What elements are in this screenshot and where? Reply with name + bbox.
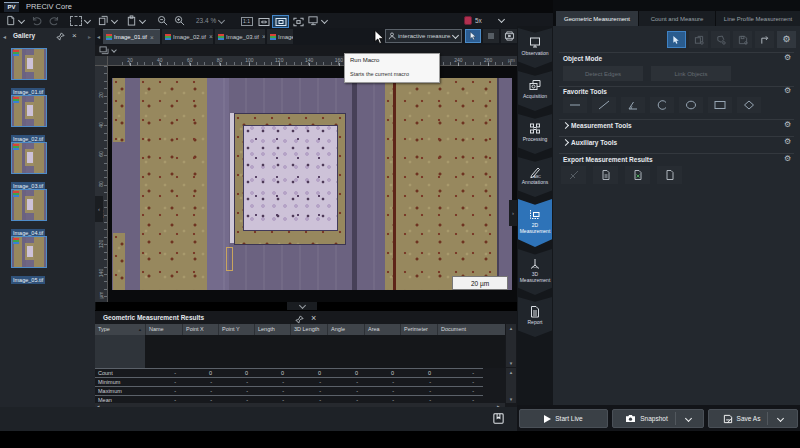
zoom-out-button[interactable]: [157, 15, 168, 26]
tool-arc-button[interactable]: [650, 97, 674, 113]
panel-tab[interactable]: Count and Measure: [639, 11, 715, 26]
thumbnail-image[interactable]: [11, 189, 47, 221]
gallery-item[interactable]: Image_04.tif: [11, 189, 81, 239]
fullscreen-button[interactable]: [290, 15, 307, 28]
move-measurement-button[interactable]: [755, 31, 774, 48]
new-document-button[interactable]: [5, 15, 24, 26]
thumbnail-image[interactable]: [11, 48, 47, 80]
tab-scroll-left-icon[interactable]: ◂: [97, 33, 100, 40]
nav-item-report[interactable]: Report: [518, 297, 552, 337]
pin-icon[interactable]: [295, 315, 304, 324]
collapse-left-handle[interactable]: ‹: [95, 196, 103, 222]
macro-select-dropdown[interactable]: interactive measure...: [385, 29, 462, 43]
tool-polygon-button[interactable]: [737, 97, 761, 113]
pointer-tool-button[interactable]: [465, 29, 481, 43]
tool-circle-button[interactable]: [679, 97, 703, 113]
tool-rectangle-button[interactable]: [708, 97, 732, 113]
start-live-button[interactable]: Start Live: [519, 409, 608, 428]
fit-width-button[interactable]: [255, 15, 272, 28]
gallery-close-icon[interactable]: ×: [72, 31, 77, 40]
gallery-item[interactable]: Image_03.tif: [11, 142, 81, 192]
collapse-right-handle[interactable]: ›: [509, 200, 517, 226]
collapse-bottom-handle[interactable]: [287, 302, 317, 310]
expand-right-icon[interactable]: ▸: [88, 33, 91, 40]
tool-angle-button[interactable]: [621, 97, 645, 113]
save-as-dropdown-icon[interactable]: [777, 414, 784, 421]
paste-button[interactable]: [126, 15, 145, 26]
notification-book-icon[interactable]: [492, 412, 505, 425]
nav-item-acquisition[interactable]: Acquisition: [518, 71, 552, 111]
auxiliary-tools-section[interactable]: Auxiliary Tools: [563, 139, 617, 146]
export-report-button[interactable]: [657, 166, 682, 184]
column-header[interactable]: Document: [437, 324, 480, 335]
panel-tab[interactable]: Geometric Measurement: [556, 11, 638, 26]
tab-close-icon[interactable]: ×: [209, 33, 213, 40]
gallery-item[interactable]: Image_05.tif: [11, 236, 81, 286]
tab-close-icon[interactable]: ×: [150, 34, 154, 41]
zoom-level-select[interactable]: 23.4 %: [196, 15, 224, 26]
link-objects-button[interactable]: Link Objects: [651, 66, 731, 81]
column-header[interactable]: Angle: [327, 324, 364, 335]
export-gear-icon[interactable]: ⚙: [784, 155, 791, 163]
snapshot-dropdown-icon[interactable]: [685, 414, 692, 421]
fit-to-screen-button[interactable]: [272, 15, 289, 28]
undo-button[interactable]: [31, 15, 43, 26]
measurement-tools-gear-icon[interactable]: ⚙: [784, 121, 791, 129]
column-header[interactable]: Area: [364, 324, 400, 335]
column-header[interactable]: 3D Length: [290, 324, 327, 335]
edit-object-button[interactable]: [711, 31, 730, 48]
auxiliary-tools-gear-icon[interactable]: ⚙: [784, 138, 791, 146]
thumbnail-image[interactable]: [11, 95, 47, 127]
save-as-button[interactable]: Save As: [708, 409, 798, 428]
tab-close-icon[interactable]: ×: [262, 33, 265, 40]
measurement-tools-section[interactable]: Measurement Tools: [563, 122, 632, 129]
column-header[interactable]: Length: [254, 324, 290, 335]
object-mode-gear-icon[interactable]: ⚙: [784, 54, 791, 62]
save-object-button[interactable]: [733, 31, 752, 48]
results-close-icon[interactable]: ×: [311, 313, 316, 323]
objective-select[interactable]: 5x: [464, 14, 512, 26]
detect-edges-button[interactable]: Detect Edges: [563, 66, 643, 81]
gallery-item[interactable]: Image_02.tif: [11, 95, 81, 145]
vertical-scrollbar[interactable]: ▴▾: [506, 324, 516, 367]
viewer-tab[interactable]: Image_01.tif×: [103, 29, 160, 44]
nav-item-annotations[interactable]: ABCAnnotations: [518, 157, 552, 197]
vertical-scrollbar[interactable]: ▴▾: [506, 368, 516, 403]
pin-icon[interactable]: [56, 32, 65, 41]
export-document-button[interactable]: [593, 166, 618, 184]
column-header[interactable]: Perimeter: [400, 324, 437, 335]
selection-tool-button[interactable]: [70, 15, 90, 26]
snapshot-button[interactable]: Snapshot: [612, 409, 704, 428]
viewer-tab[interactable]: Image_03.tif×: [215, 29, 265, 44]
column-header[interactable]: Point X: [182, 324, 218, 335]
image-canvas[interactable]: 20 µm: [108, 66, 517, 302]
gallery-item[interactable]: Image_01.tif: [11, 48, 81, 98]
panel-tab[interactable]: Line Profile Measurement: [716, 11, 800, 26]
export-interactive-button[interactable]: [561, 166, 586, 184]
nav-item-measurement-2d[interactable]: 2D Measurement: [518, 199, 552, 247]
column-header[interactable]: Point Y: [218, 324, 254, 335]
copy-button[interactable]: [98, 15, 117, 26]
collapse-left-icon[interactable]: ◂: [3, 33, 6, 40]
run-macro-button[interactable]: [501, 29, 517, 43]
annotation-layer-button[interactable]: [99, 46, 116, 55]
zoom-in-button[interactable]: [174, 15, 185, 26]
zoom-1to1-button[interactable]: 1:1: [238, 15, 255, 28]
measurement-settings-button[interactable]: ⚙: [777, 31, 796, 48]
stop-macro-button[interactable]: [483, 29, 499, 43]
tool-line-horizontal-button[interactable]: [563, 97, 587, 113]
nav-item-observation[interactable]: Observation: [518, 28, 552, 68]
select-objects-button[interactable]: [667, 31, 686, 48]
nav-item-processing[interactable]: Processing: [518, 114, 552, 154]
tool-line-button[interactable]: [592, 97, 616, 113]
export-excel-button[interactable]: [625, 166, 650, 184]
thumbnail-image[interactable]: [11, 236, 47, 268]
favorite-tools-gear-icon[interactable]: ⚙: [784, 87, 791, 95]
viewer-tab[interactable]: Image_02.tif×: [162, 29, 213, 44]
copy-object-button[interactable]: [689, 31, 708, 48]
nav-item-measurement-3d[interactable]: 3D Measurement: [518, 249, 552, 295]
column-header[interactable]: Type▲: [95, 324, 145, 335]
column-header[interactable]: Name: [145, 324, 182, 335]
redo-button[interactable]: [48, 15, 60, 26]
viewer-tab[interactable]: Image_0...: [267, 29, 293, 44]
